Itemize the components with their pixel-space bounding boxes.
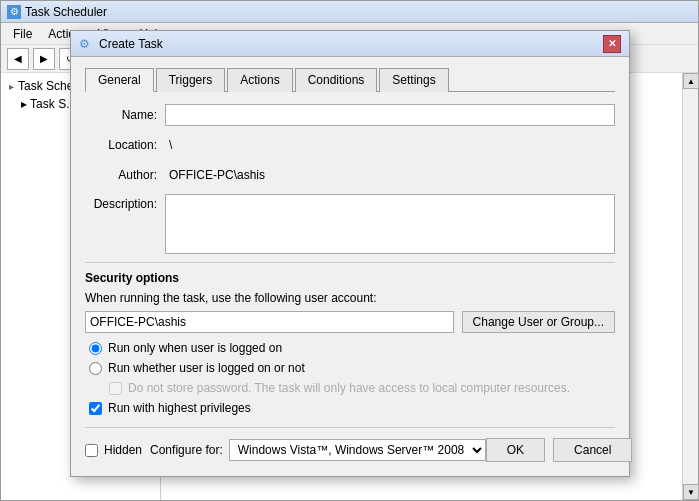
app-title: Task Scheduler bbox=[25, 5, 107, 19]
user-account-field: OFFICE-PC\ashis bbox=[85, 311, 454, 333]
hidden-label: Hidden bbox=[104, 443, 142, 457]
radio-whether-logged-row: Run whether user is logged on or not bbox=[85, 361, 615, 375]
menu-file[interactable]: File bbox=[5, 27, 40, 41]
dialog-icon: ⚙ bbox=[79, 37, 93, 51]
description-input[interactable] bbox=[165, 194, 615, 254]
bottom-row: Hidden Configure for: Windows Vista™, Wi… bbox=[85, 427, 615, 462]
author-label: Author: bbox=[85, 168, 165, 182]
name-input[interactable] bbox=[165, 104, 615, 126]
name-row: Name: bbox=[85, 104, 615, 126]
security-section-title: Security options bbox=[85, 271, 615, 285]
arrow-icon: ▸ bbox=[9, 81, 14, 92]
back-button[interactable]: ◀ bbox=[7, 48, 29, 70]
dialog-body: General Triggers Actions Conditions Sett… bbox=[71, 57, 629, 476]
scroll-down[interactable]: ▼ bbox=[683, 484, 699, 500]
scroll-up[interactable]: ▲ bbox=[683, 73, 699, 89]
user-account-value: OFFICE-PC\ashis bbox=[90, 315, 186, 329]
hidden-checkbox[interactable] bbox=[85, 444, 98, 457]
tab-triggers[interactable]: Triggers bbox=[156, 68, 226, 92]
bottom-right: OK Cancel bbox=[486, 438, 633, 462]
do-not-store-checkbox[interactable] bbox=[109, 382, 122, 395]
dialog-title-left: ⚙ Create Task bbox=[79, 37, 163, 51]
dialog-titlebar: ⚙ Create Task ✕ bbox=[71, 31, 629, 57]
description-row: Description: bbox=[85, 194, 615, 254]
tab-general[interactable]: General bbox=[85, 68, 154, 92]
run-highest-checkbox[interactable] bbox=[89, 402, 102, 415]
privileges-row: Run with highest privileges bbox=[85, 401, 615, 415]
configure-row: Configure for: Windows Vista™, Windows S… bbox=[150, 439, 486, 461]
author-row: Author: OFFICE-PC\ashis bbox=[85, 164, 615, 186]
tab-conditions[interactable]: Conditions bbox=[295, 68, 378, 92]
ok-button[interactable]: OK bbox=[486, 438, 545, 462]
run-highest-label: Run with highest privileges bbox=[108, 401, 251, 415]
radio-whether-logged-label: Run whether user is logged on or not bbox=[108, 361, 305, 375]
security-section: Security options When running the task, … bbox=[85, 262, 615, 415]
forward-button[interactable]: ▶ bbox=[33, 48, 55, 70]
change-user-button[interactable]: Change User or Group... bbox=[462, 311, 615, 333]
bottom-left: Hidden Configure for: Windows Vista™, Wi… bbox=[85, 439, 486, 461]
create-task-dialog: ⚙ Create Task ✕ General Triggers Actions… bbox=[70, 30, 630, 477]
location-row: Location: \ bbox=[85, 134, 615, 156]
do-not-store-row: Do not store password. The task will onl… bbox=[85, 381, 615, 395]
radio-logged-on-label: Run only when user is logged on bbox=[108, 341, 282, 355]
close-button[interactable]: ✕ bbox=[603, 35, 621, 53]
app-icon: ⚙ bbox=[7, 5, 21, 19]
hidden-row: Hidden bbox=[85, 443, 142, 457]
radio-logged-on[interactable] bbox=[89, 342, 102, 355]
task-scheduler-titlebar: ⚙ Task Scheduler bbox=[1, 1, 698, 23]
tab-actions[interactable]: Actions bbox=[227, 68, 292, 92]
location-label: Location: bbox=[85, 138, 165, 152]
security-account-row: OFFICE-PC\ashis Change User or Group... bbox=[85, 311, 615, 333]
do-not-store-label: Do not store password. The task will onl… bbox=[128, 381, 570, 395]
tab-settings[interactable]: Settings bbox=[379, 68, 448, 92]
cancel-button[interactable]: Cancel bbox=[553, 438, 632, 462]
radio-whether-logged[interactable] bbox=[89, 362, 102, 375]
radio-logged-on-row: Run only when user is logged on bbox=[85, 341, 615, 355]
configure-label: Configure for: bbox=[150, 443, 223, 457]
sidebar-item-2-label: ▸ Task S... bbox=[21, 97, 76, 111]
dialog-title: Create Task bbox=[99, 37, 163, 51]
scrollbar-right[interactable]: ▲ ▼ bbox=[682, 73, 698, 500]
tabs-bar: General Triggers Actions Conditions Sett… bbox=[85, 67, 615, 92]
security-when-running: When running the task, use the following… bbox=[85, 291, 615, 305]
author-value: OFFICE-PC\ashis bbox=[165, 164, 615, 186]
configure-select[interactable]: Windows Vista™, Windows Server™ 2008 Win… bbox=[229, 439, 486, 461]
location-value: \ bbox=[165, 134, 615, 156]
name-label: Name: bbox=[85, 108, 165, 122]
description-label: Description: bbox=[85, 194, 165, 211]
